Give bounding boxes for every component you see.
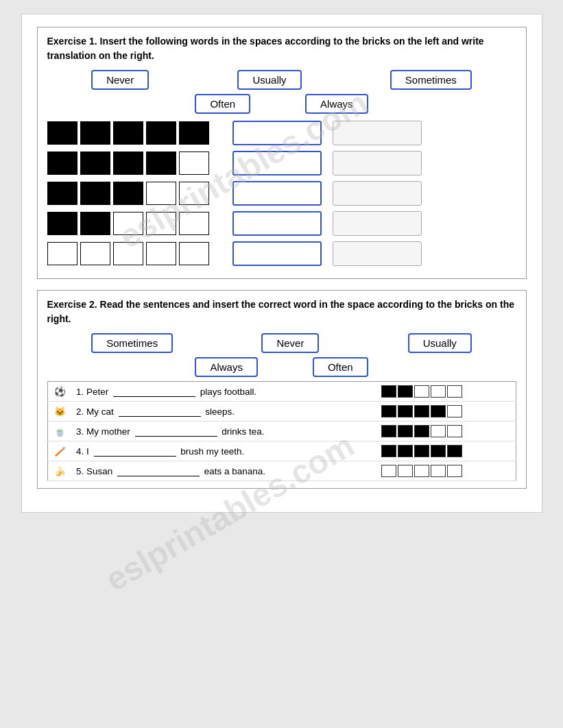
sentence-4-text: 4. I brush my teeth. <box>72 441 377 461</box>
chip-always: Always <box>305 94 368 114</box>
s5-blank[interactable] <box>117 476 200 476</box>
brick-empty <box>146 212 176 235</box>
mini-brick <box>381 405 396 417</box>
ex2-chips-row1: Sometimes Never Usually <box>47 333 516 353</box>
exercise-2-box: Exercise 2. Read the sentences and inser… <box>37 290 527 489</box>
chip-often-2: Often <box>313 357 368 377</box>
mini-brick-empty <box>431 465 446 477</box>
chip-sometimes: Sometimes <box>390 70 472 90</box>
ex1-chips-row2: Often Always <box>47 94 516 114</box>
mini-brick <box>381 425 396 437</box>
chip-sometimes-2: Sometimes <box>91 333 173 353</box>
chip-often: Often <box>195 94 250 114</box>
mini-brick-empty <box>447 425 462 437</box>
mini-brick <box>381 385 396 398</box>
translation-box-1[interactable] <box>333 121 422 145</box>
mini-brick <box>414 425 429 437</box>
s5-bricks <box>377 461 516 481</box>
brick <box>47 151 77 175</box>
answer-box-5[interactable] <box>232 241 322 266</box>
chip-never: Never <box>91 70 149 90</box>
chip-usually: Usually <box>237 70 301 90</box>
s5-num: 5. <box>76 466 84 476</box>
answer-box-2[interactable] <box>232 151 322 175</box>
brick <box>80 121 110 145</box>
s1-blank[interactable] <box>113 396 195 397</box>
brick <box>146 121 176 145</box>
mini-brick <box>398 405 413 417</box>
mini-brick-empty <box>447 405 462 417</box>
mini-brick <box>431 405 446 417</box>
translation-box-5[interactable] <box>333 241 422 266</box>
sentence-2-text: 2. My cat sleeps. <box>72 402 377 422</box>
sentence-row-2: 🐱 2. My cat sleeps. <box>47 402 516 422</box>
brick <box>179 121 209 145</box>
brick-row-1 <box>47 121 516 145</box>
brick-row-4 <box>47 211 516 236</box>
brick <box>80 182 110 205</box>
sentence-row-1: ⚽ 1. Peter plays football. <box>47 382 516 402</box>
brick-row-3 <box>47 181 516 206</box>
sentence-row-3: 🍵 3. My mother drinks tea. <box>47 422 516 441</box>
sentence-3-text: 3. My mother drinks tea. <box>72 422 377 441</box>
mini-brick <box>414 405 429 417</box>
brick <box>47 182 77 205</box>
answer-box-3[interactable] <box>232 181 322 206</box>
mini-brick <box>398 385 413 398</box>
mini-brick <box>414 445 429 457</box>
answer-box-4[interactable] <box>232 211 322 236</box>
exercise-2-title: Exercise 2. Read the sentences and inser… <box>47 298 516 326</box>
s2-num: 2. <box>76 407 84 417</box>
brick <box>80 151 110 175</box>
exercise-1-box: Exercise 1. Insert the following words i… <box>37 27 527 279</box>
s4-blank[interactable] <box>94 456 176 457</box>
brick-empty <box>146 182 176 205</box>
sentence-row-5: 🍌 5. Susan eats a banana. <box>47 461 516 481</box>
s1-bricks <box>377 382 516 402</box>
mini-brick <box>447 445 462 457</box>
s3-bricks <box>377 422 516 441</box>
mini-brick-empty <box>414 465 429 477</box>
brick <box>113 182 143 205</box>
brick <box>47 121 77 145</box>
sentence-row-4: 🪥 4. I brush my teeth. <box>47 441 516 461</box>
brick-empty <box>113 212 143 235</box>
sentence-1-text: 1. Peter plays football. <box>72 382 377 402</box>
mini-brick-empty <box>431 425 446 437</box>
brick-empty <box>47 242 77 265</box>
mini-brick-empty <box>447 465 462 477</box>
brick-row-5 <box>47 241 516 266</box>
sentences-table: ⚽ 1. Peter plays football. <box>47 381 516 481</box>
mini-brick <box>398 425 413 437</box>
s3-blank[interactable] <box>135 436 217 437</box>
mini-brick <box>381 445 396 457</box>
translation-box-4[interactable] <box>333 211 422 236</box>
s2-bricks <box>377 402 516 422</box>
brick-empty <box>80 242 110 265</box>
mini-brick-empty <box>447 385 462 398</box>
ex1-chips-row1: Never Usually Sometimes <box>47 70 516 90</box>
answer-box-1[interactable] <box>232 121 322 145</box>
brick <box>80 212 110 235</box>
exercise-1-title: Exercise 1. Insert the following words i… <box>47 34 516 63</box>
icon-cat: 🐱 <box>47 402 72 422</box>
brick <box>47 212 77 235</box>
mini-brick-empty <box>381 465 396 477</box>
brick-empty <box>179 242 209 265</box>
s2-blank[interactable] <box>119 416 201 417</box>
mini-brick-empty <box>398 465 413 477</box>
mini-brick-empty <box>414 385 429 398</box>
icon-football: ⚽ <box>47 382 72 402</box>
chip-usually-2: Usually <box>408 333 472 353</box>
translation-box-3[interactable] <box>333 181 422 206</box>
brick-empty <box>146 242 176 265</box>
s4-num: 4. <box>76 446 84 457</box>
ex2-chips-row2: Always Often <box>47 357 516 377</box>
s3-num: 3. <box>76 426 84 437</box>
brick <box>113 151 143 175</box>
brick-empty <box>179 182 209 205</box>
mini-brick <box>431 445 446 457</box>
s4-bricks <box>377 441 516 461</box>
mini-brick <box>398 445 413 457</box>
translation-box-2[interactable] <box>333 151 422 175</box>
